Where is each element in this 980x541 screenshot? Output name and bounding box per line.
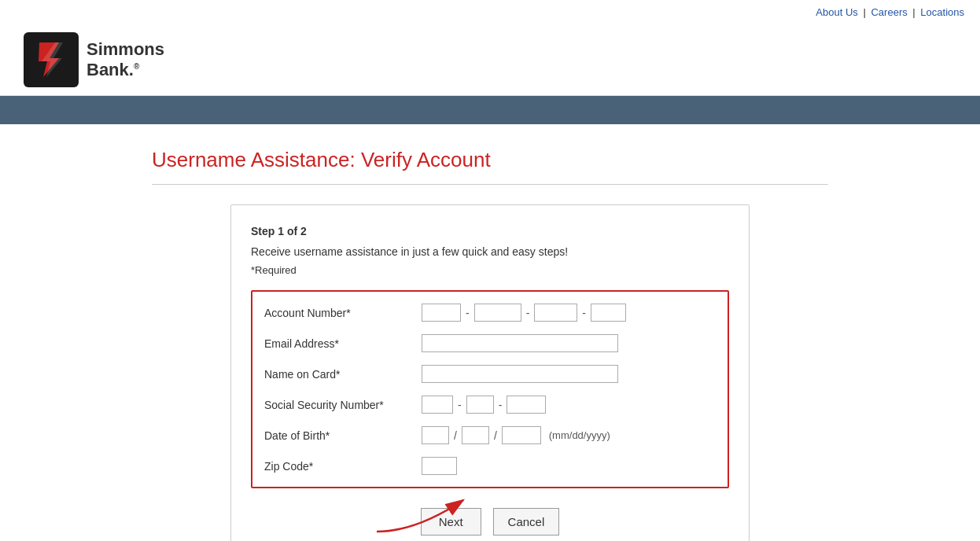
dob-hint: (mm/dd/yyyy) bbox=[549, 429, 610, 441]
zip-inputs bbox=[422, 457, 457, 475]
careers-link[interactable]: Careers bbox=[871, 6, 907, 18]
account-number-field-2[interactable] bbox=[474, 304, 521, 322]
account-number-field-4[interactable] bbox=[591, 304, 626, 322]
required-note: *Required bbox=[251, 264, 729, 276]
logo-container: Simmons Bank.® bbox=[24, 32, 164, 87]
zip-row: Zip Code* bbox=[264, 457, 716, 475]
main-content: Username Assistance: Verify Account Step… bbox=[136, 124, 844, 541]
logo-icon bbox=[24, 32, 79, 87]
dob-yyyy-field[interactable] bbox=[502, 426, 541, 444]
button-row: Next Cancel bbox=[251, 508, 729, 535]
name-inputs bbox=[422, 365, 618, 383]
top-nav: About Us | Careers | Locations bbox=[0, 0, 980, 24]
dob-mm-field[interactable] bbox=[422, 426, 449, 444]
ssn-label: Social Security Number* bbox=[264, 399, 422, 411]
dob-dd-field[interactable] bbox=[462, 426, 489, 444]
next-button[interactable]: Next bbox=[421, 508, 481, 535]
page-title: Username Assistance: Verify Account bbox=[152, 148, 828, 172]
step-desc: Receive username assistance in just a fe… bbox=[251, 245, 729, 258]
name-field[interactable] bbox=[422, 365, 618, 383]
dob-label: Date of Birth* bbox=[264, 429, 422, 442]
email-row: Email Address* bbox=[264, 334, 716, 352]
zip-label: Zip Code* bbox=[264, 460, 422, 473]
locations-link[interactable]: Locations bbox=[920, 6, 964, 18]
about-us-link[interactable]: About Us bbox=[816, 6, 857, 18]
cancel-button[interactable]: Cancel bbox=[493, 508, 560, 535]
step-label: Step 1 of 2 bbox=[251, 225, 729, 237]
account-number-field-1[interactable] bbox=[422, 304, 461, 322]
account-number-row: Account Number* - - - bbox=[264, 304, 716, 322]
email-field[interactable] bbox=[422, 334, 618, 352]
account-number-inputs: - - - bbox=[422, 304, 626, 322]
ssn-field-3[interactable] bbox=[507, 396, 546, 414]
name-row: Name on Card* bbox=[264, 365, 716, 383]
name-label: Name on Card* bbox=[264, 368, 422, 381]
ssn-row: Social Security Number* - - bbox=[264, 396, 716, 414]
dob-row: Date of Birth* / / (mm/dd/yyyy) bbox=[264, 426, 716, 444]
fields-section: Account Number* - - - Email Address* bbox=[251, 290, 729, 488]
account-number-field-3[interactable] bbox=[534, 304, 577, 322]
form-card: Step 1 of 2 Receive username assistance … bbox=[230, 204, 750, 541]
logo-text: Simmons Bank.® bbox=[87, 39, 164, 81]
zip-field[interactable] bbox=[422, 457, 457, 475]
ssn-field-1[interactable] bbox=[422, 396, 453, 414]
blue-banner bbox=[0, 96, 980, 124]
ssn-field-2[interactable] bbox=[466, 396, 494, 414]
email-label: Email Address* bbox=[264, 337, 422, 350]
email-inputs bbox=[422, 334, 618, 352]
ssn-inputs: - - bbox=[422, 396, 546, 414]
title-divider bbox=[152, 184, 828, 185]
account-number-label: Account Number* bbox=[264, 307, 422, 319]
header: Simmons Bank.® bbox=[0, 24, 980, 96]
dob-inputs: / / (mm/dd/yyyy) bbox=[422, 426, 610, 444]
